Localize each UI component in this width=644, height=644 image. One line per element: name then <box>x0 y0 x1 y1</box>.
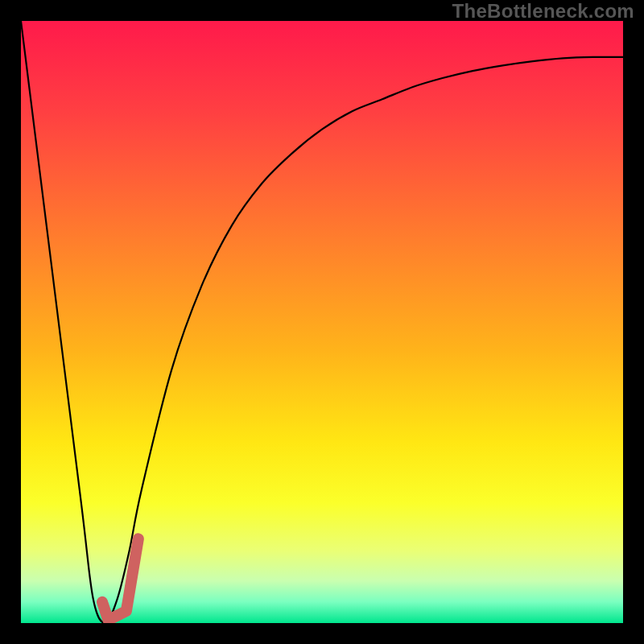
plot-area <box>21 21 623 623</box>
chart-frame: TheBottleneck.com <box>0 0 644 644</box>
plot-svg <box>21 21 623 623</box>
watermark-text: TheBottleneck.com <box>452 0 634 23</box>
gradient-background <box>21 21 623 623</box>
